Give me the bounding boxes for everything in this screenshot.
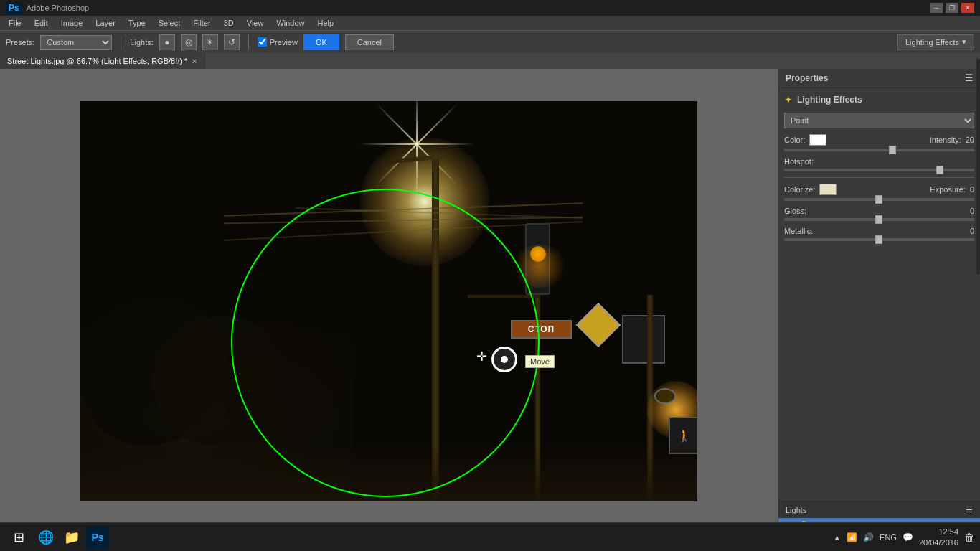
preview-checkbox[interactable]: Preview bbox=[258, 37, 298, 47]
menu-type[interactable]: Type bbox=[123, 17, 151, 29]
lights-label: Lights: bbox=[130, 38, 153, 47]
lamp-star-line5 bbox=[416, 101, 418, 144]
metallic-slider[interactable] bbox=[784, 238, 974, 241]
ok-button[interactable]: OK bbox=[303, 34, 339, 50]
metallic-row: Metallic: 0 bbox=[784, 227, 974, 235]
menu-image[interactable]: Image bbox=[55, 17, 89, 29]
hotspot-label: Hotspot: bbox=[784, 157, 814, 166]
gloss-row: Gloss: 0 bbox=[784, 207, 974, 215]
stop-sign: СТОП bbox=[511, 320, 572, 339]
presets-select[interactable]: Custom Default Flashlight Flood Light Pa… bbox=[40, 35, 112, 50]
volume-icon: 🔊 bbox=[863, 532, 874, 542]
gloss-thumb[interactable] bbox=[875, 215, 882, 224]
exposure-value: 0 bbox=[970, 185, 974, 194]
exposure-slider[interactable] bbox=[784, 198, 974, 201]
menu-layer[interactable]: Layer bbox=[90, 17, 121, 29]
notification-icon: 💬 bbox=[903, 532, 913, 542]
lights-options-icon[interactable]: ☰ bbox=[966, 505, 973, 514]
lighting-effects-icon: ✦ bbox=[784, 94, 793, 105]
gloss-slider[interactable] bbox=[784, 218, 974, 221]
titlebar: Ps Adobe Photoshop ─ ❐ ✕ bbox=[0, 0, 980, 16]
lighting-effects-row: ✦ Lighting Effects bbox=[784, 94, 974, 105]
menu-window[interactable]: Window bbox=[270, 17, 310, 29]
colorize-group: Colorize: bbox=[784, 184, 837, 195]
app-name: Adobe Photoshop bbox=[27, 4, 89, 12]
intensity-thumb[interactable] bbox=[889, 146, 896, 154]
lighting-effects-title: Lighting Effects bbox=[797, 95, 862, 105]
language-label: ENG bbox=[880, 533, 897, 542]
start-button[interactable]: ⊞ bbox=[6, 524, 32, 550]
center-handle-inner bbox=[501, 356, 508, 363]
lamp-star-line7 bbox=[417, 143, 474, 145]
menu-edit[interactable]: Edit bbox=[29, 17, 54, 29]
colorize-exposure-row: Colorize: Exposure: 0 bbox=[784, 184, 974, 195]
intensity-slider[interactable] bbox=[784, 149, 974, 151]
menu-filter[interactable]: Filter bbox=[187, 17, 216, 29]
close-button[interactable]: ✕ bbox=[961, 3, 974, 13]
lights-header: Lights ☰ bbox=[778, 501, 980, 518]
tl-arm bbox=[468, 295, 540, 298]
colorize-swatch[interactable] bbox=[819, 184, 837, 195]
main-area: СТОП 🚶 ✛ Move bbox=[0, 69, 980, 534]
menu-help[interactable]: Help bbox=[312, 17, 340, 29]
ps-logo: Ps bbox=[6, 2, 22, 14]
intensity-value: 20 bbox=[966, 136, 974, 144]
minimize-button[interactable]: ─ bbox=[930, 3, 943, 13]
color-group: Color: bbox=[784, 134, 826, 146]
start-icon: ⊞ bbox=[14, 529, 24, 545]
add-directional-button[interactable]: ☀ bbox=[202, 34, 218, 50]
canvas-area[interactable]: СТОП 🚶 ✛ Move bbox=[0, 69, 778, 534]
panel-options-icon[interactable]: ☰ bbox=[965, 73, 973, 83]
tab-close-icon[interactable]: ✕ bbox=[192, 57, 197, 65]
menu-3d[interactable]: 3D bbox=[218, 17, 240, 29]
preview-input[interactable] bbox=[258, 37, 267, 47]
exposure-group: Exposure: 0 bbox=[930, 185, 974, 194]
window-controls: ─ ❐ ✕ bbox=[930, 3, 974, 13]
panel-scroll-indicator bbox=[976, 59, 980, 274]
metallic-thumb[interactable] bbox=[875, 235, 882, 244]
taskbar-chrome[interactable]: 🌐 bbox=[34, 526, 57, 549]
properties-content: ✦ Lighting Effects Point Spot Infinite C… bbox=[778, 88, 980, 501]
sep1 bbox=[121, 35, 121, 50]
restore-button[interactable]: ❐ bbox=[946, 3, 958, 13]
notifications-button[interactable]: 🗑 bbox=[964, 532, 974, 543]
exposure-thumb[interactable] bbox=[875, 195, 882, 204]
taskbar-right: ▲ 📶 🔊 ENG 💬 12:54 20/04/2016 🗑 bbox=[833, 527, 974, 547]
add-light-button[interactable]: ● bbox=[159, 34, 175, 50]
canvas: СТОП 🚶 ✛ Move bbox=[80, 101, 697, 501]
color-swatch[interactable] bbox=[809, 134, 826, 146]
properties-label: Properties bbox=[786, 73, 828, 83]
cancel-button[interactable]: Cancel bbox=[345, 34, 394, 50]
light-type-row: Point Spot Infinite bbox=[784, 113, 974, 128]
date-display: 20/04/2016 bbox=[919, 537, 958, 547]
tl-red bbox=[530, 227, 546, 243]
hotspot-slider[interactable] bbox=[784, 169, 974, 171]
color-label: Color: bbox=[784, 136, 805, 144]
light-type-select[interactable]: Point Spot Infinite bbox=[784, 113, 974, 128]
app-title: Ps Adobe Photoshop bbox=[6, 2, 89, 14]
add-spot-button[interactable]: ◎ bbox=[181, 34, 197, 50]
menu-select[interactable]: Select bbox=[153, 17, 187, 29]
lighting-effects-dropdown[interactable]: Lighting Effects ▾ bbox=[897, 34, 974, 50]
tab-title: Street Lights.jpg @ 66.7% (Light Effects… bbox=[7, 57, 187, 65]
systray-up-icon[interactable]: ▲ bbox=[833, 533, 841, 542]
reset-button[interactable]: ↺ bbox=[224, 34, 240, 50]
lamp-star-line3 bbox=[359, 143, 417, 145]
menu-view[interactable]: View bbox=[241, 17, 270, 29]
light-center-handle[interactable] bbox=[491, 347, 517, 372]
explorer-icon: 📁 bbox=[64, 529, 80, 545]
lamp-star-line1 bbox=[416, 144, 418, 202]
sep2 bbox=[248, 35, 249, 50]
colorize-label: Colorize: bbox=[784, 185, 815, 194]
presets-label: Presets: bbox=[6, 38, 34, 47]
taskbar-photoshop[interactable]: Ps bbox=[86, 526, 109, 549]
document-tab[interactable]: Street Lights.jpg @ 66.7% (Light Effects… bbox=[0, 53, 205, 69]
hotspot-row: Hotspot: bbox=[784, 157, 974, 166]
metallic-label: Metallic: bbox=[784, 227, 813, 235]
menu-file[interactable]: File bbox=[3, 17, 27, 29]
menubar: File Edit Image Layer Type Select Filter… bbox=[0, 16, 980, 30]
taskbar-clock: 12:54 20/04/2016 bbox=[919, 527, 958, 547]
hotspot-thumb[interactable] bbox=[936, 166, 943, 174]
intensity-label: Intensity: bbox=[930, 136, 961, 144]
taskbar-explorer[interactable]: 📁 bbox=[60, 526, 83, 549]
